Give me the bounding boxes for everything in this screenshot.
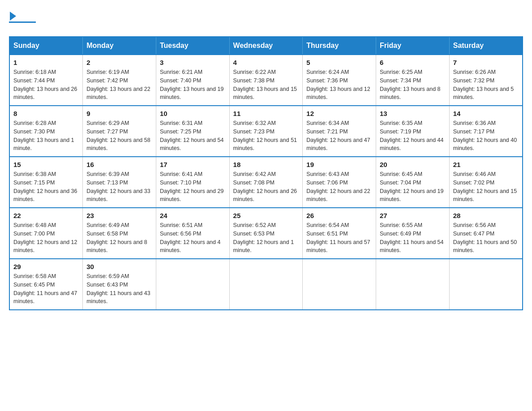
day-info: Sunrise: 6:21 AMSunset: 7:40 PMDaylight:… (160, 68, 226, 102)
day-info: Sunrise: 6:35 AMSunset: 7:19 PMDaylight:… (380, 119, 446, 153)
day-info: Sunrise: 6:32 AMSunset: 7:23 PMDaylight:… (233, 119, 299, 153)
week-row-0: 1Sunrise: 6:18 AMSunset: 7:44 PMDaylight… (9, 55, 523, 106)
day-info: Sunrise: 6:42 AMSunset: 7:08 PMDaylight:… (233, 170, 299, 204)
day-info: Sunrise: 6:34 AMSunset: 7:21 PMDaylight:… (306, 119, 372, 153)
day-info: Sunrise: 6:25 AMSunset: 7:34 PMDaylight:… (380, 68, 446, 102)
day-cell: 30Sunrise: 6:59 AMSunset: 6:43 PMDayligh… (83, 259, 156, 310)
day-number: 22 (13, 212, 79, 219)
day-number: 28 (453, 212, 519, 219)
day-info: Sunrise: 6:28 AMSunset: 7:30 PMDaylight:… (13, 119, 79, 153)
day-info: Sunrise: 6:19 AMSunset: 7:42 PMDaylight:… (86, 68, 152, 102)
day-cell: 17Sunrise: 6:41 AMSunset: 7:10 PMDayligh… (156, 157, 229, 208)
day-number: 27 (380, 212, 446, 219)
day-number: 4 (233, 59, 299, 66)
day-info: Sunrise: 6:39 AMSunset: 7:13 PMDaylight:… (86, 170, 152, 204)
day-number: 14 (453, 110, 519, 117)
day-cell: 6Sunrise: 6:25 AMSunset: 7:34 PMDaylight… (376, 55, 450, 106)
day-cell (376, 259, 450, 310)
header-wednesday: Wednesday (229, 37, 303, 55)
day-info: Sunrise: 6:56 AMSunset: 6:47 PMDaylight:… (453, 221, 519, 255)
day-cell: 8Sunrise: 6:28 AMSunset: 7:30 PMDaylight… (9, 106, 83, 157)
day-number: 7 (453, 59, 519, 66)
day-cell (229, 259, 303, 310)
day-info: Sunrise: 6:58 AMSunset: 6:45 PMDaylight:… (13, 272, 79, 306)
day-cell: 25Sunrise: 6:52 AMSunset: 6:53 PMDayligh… (229, 208, 303, 259)
day-cell: 20Sunrise: 6:45 AMSunset: 7:04 PMDayligh… (376, 157, 450, 208)
day-cell: 18Sunrise: 6:42 AMSunset: 7:08 PMDayligh… (229, 157, 303, 208)
day-cell: 23Sunrise: 6:49 AMSunset: 6:58 PMDayligh… (83, 208, 156, 259)
day-number: 15 (13, 161, 79, 168)
day-info: Sunrise: 6:41 AMSunset: 7:10 PMDaylight:… (160, 170, 226, 204)
day-cell: 9Sunrise: 6:29 AMSunset: 7:27 PMDaylight… (83, 106, 156, 157)
day-cell: 4Sunrise: 6:22 AMSunset: 7:38 PMDaylight… (229, 55, 303, 106)
day-number: 18 (233, 161, 299, 168)
day-cell: 26Sunrise: 6:54 AMSunset: 6:51 PMDayligh… (303, 208, 376, 259)
day-info: Sunrise: 6:18 AMSunset: 7:44 PMDaylight:… (13, 68, 79, 102)
day-cell: 15Sunrise: 6:38 AMSunset: 7:15 PMDayligh… (9, 157, 83, 208)
day-cell: 11Sunrise: 6:32 AMSunset: 7:23 PMDayligh… (229, 106, 303, 157)
day-cell: 14Sunrise: 6:36 AMSunset: 7:17 PMDayligh… (449, 106, 523, 157)
day-number: 12 (306, 110, 372, 117)
day-info: Sunrise: 6:38 AMSunset: 7:15 PMDaylight:… (13, 170, 79, 204)
header-thursday: Thursday (303, 37, 376, 55)
day-cell: 27Sunrise: 6:55 AMSunset: 6:49 PMDayligh… (376, 208, 450, 259)
day-cell: 3Sunrise: 6:21 AMSunset: 7:40 PMDaylight… (156, 55, 229, 106)
day-info: Sunrise: 6:45 AMSunset: 7:04 PMDaylight:… (380, 170, 446, 204)
day-info: Sunrise: 6:22 AMSunset: 7:38 PMDaylight:… (233, 68, 299, 102)
day-cell: 28Sunrise: 6:56 AMSunset: 6:47 PMDayligh… (449, 208, 523, 259)
day-number: 16 (86, 161, 152, 168)
day-number: 23 (86, 212, 152, 219)
day-info: Sunrise: 6:55 AMSunset: 6:49 PMDaylight:… (380, 221, 446, 255)
day-number: 29 (13, 263, 79, 270)
calendar-body: 1Sunrise: 6:18 AMSunset: 7:44 PMDaylight… (9, 55, 523, 310)
day-number: 30 (86, 263, 152, 270)
day-cell: 2Sunrise: 6:19 AMSunset: 7:42 PMDaylight… (83, 55, 156, 106)
day-cell: 10Sunrise: 6:31 AMSunset: 7:25 PMDayligh… (156, 106, 229, 157)
day-cell: 22Sunrise: 6:48 AMSunset: 7:00 PMDayligh… (9, 208, 83, 259)
day-info: Sunrise: 6:49 AMSunset: 6:58 PMDaylight:… (86, 221, 152, 255)
header-friday: Friday (376, 37, 450, 55)
week-row-3: 22Sunrise: 6:48 AMSunset: 7:00 PMDayligh… (9, 208, 523, 259)
day-number: 10 (160, 110, 226, 117)
day-cell: 5Sunrise: 6:24 AMSunset: 7:36 PMDaylight… (303, 55, 376, 106)
day-cell: 16Sunrise: 6:39 AMSunset: 7:13 PMDayligh… (83, 157, 156, 208)
logo (9, 9, 38, 27)
day-number: 9 (86, 110, 152, 117)
day-info: Sunrise: 6:24 AMSunset: 7:36 PMDaylight:… (306, 68, 372, 102)
day-cell: 29Sunrise: 6:58 AMSunset: 6:45 PMDayligh… (9, 259, 83, 310)
header-row: SundayMondayTuesdayWednesdayThursdayFrid… (9, 37, 523, 55)
day-number: 25 (233, 212, 299, 219)
header-tuesday: Tuesday (156, 37, 229, 55)
header (9, 9, 523, 27)
day-number: 3 (160, 59, 226, 66)
day-number: 24 (160, 212, 226, 219)
day-cell (449, 259, 523, 310)
day-cell: 12Sunrise: 6:34 AMSunset: 7:21 PMDayligh… (303, 106, 376, 157)
day-info: Sunrise: 6:46 AMSunset: 7:02 PMDaylight:… (453, 170, 519, 204)
calendar-header: SundayMondayTuesdayWednesdayThursdayFrid… (9, 37, 523, 55)
day-cell (303, 259, 376, 310)
day-number: 17 (160, 161, 226, 168)
day-info: Sunrise: 6:36 AMSunset: 7:17 PMDaylight:… (453, 119, 519, 153)
day-number: 19 (306, 161, 372, 168)
day-cell: 19Sunrise: 6:43 AMSunset: 7:06 PMDayligh… (303, 157, 376, 208)
day-info: Sunrise: 6:48 AMSunset: 7:00 PMDaylight:… (13, 221, 79, 255)
day-cell: 24Sunrise: 6:51 AMSunset: 6:56 PMDayligh… (156, 208, 229, 259)
day-number: 8 (13, 110, 79, 117)
day-cell: 1Sunrise: 6:18 AMSunset: 7:44 PMDaylight… (9, 55, 83, 106)
day-cell: 7Sunrise: 6:26 AMSunset: 7:32 PMDaylight… (449, 55, 523, 106)
day-info: Sunrise: 6:59 AMSunset: 6:43 PMDaylight:… (86, 272, 152, 306)
day-info: Sunrise: 6:51 AMSunset: 6:56 PMDaylight:… (160, 221, 226, 255)
day-number: 21 (453, 161, 519, 168)
day-number: 2 (86, 59, 152, 66)
day-number: 13 (380, 110, 446, 117)
day-cell: 13Sunrise: 6:35 AMSunset: 7:19 PMDayligh… (376, 106, 450, 157)
day-number: 6 (380, 59, 446, 66)
logo-line (9, 21, 36, 23)
day-number: 1 (13, 59, 79, 66)
header-saturday: Saturday (449, 37, 523, 55)
day-info: Sunrise: 6:52 AMSunset: 6:53 PMDaylight:… (233, 221, 299, 255)
day-info: Sunrise: 6:29 AMSunset: 7:27 PMDaylight:… (86, 119, 152, 153)
week-row-2: 15Sunrise: 6:38 AMSunset: 7:15 PMDayligh… (9, 157, 523, 208)
week-row-1: 8Sunrise: 6:28 AMSunset: 7:30 PMDaylight… (9, 106, 523, 157)
